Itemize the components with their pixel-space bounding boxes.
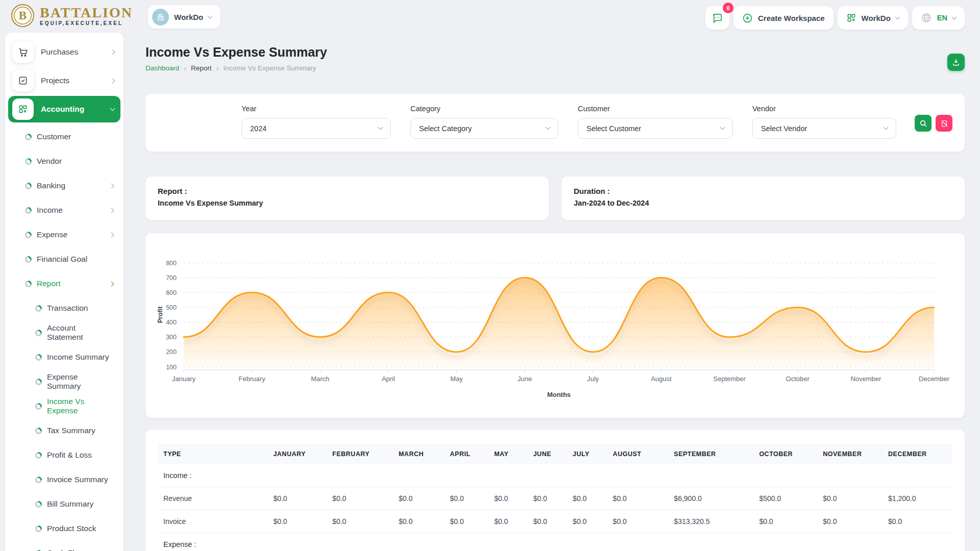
sidebar-item-income-vs-expense[interactable]: Income Vs Expense <box>8 394 120 418</box>
sidebar-item-label: Expense <box>37 230 110 239</box>
sidebar-item-label: Accounting <box>41 105 111 114</box>
chevron-right-icon <box>109 281 114 286</box>
sidebar-item-label: Product Stock <box>47 524 113 533</box>
chevron-down-icon <box>895 14 900 19</box>
chat-bubble-icon <box>712 12 723 24</box>
bullet-icon <box>25 232 32 238</box>
sidebar-item-income[interactable]: Income <box>8 198 120 222</box>
year-select[interactable]: 2024 <box>241 118 391 139</box>
sidebar-item-accounting[interactable]: Accounting <box>8 96 120 122</box>
clear-filter-icon <box>940 119 948 128</box>
bullet-icon <box>25 207 32 214</box>
svg-text:600: 600 <box>166 289 177 296</box>
svg-text:October: October <box>786 375 810 383</box>
sidebar-item-account-statement[interactable]: Account Statement <box>8 320 120 345</box>
sidebar-item-expense[interactable]: Expense <box>8 222 120 247</box>
brand-logo[interactable]: B BATTALION EQUIP,EXECUTE,EXEL <box>11 4 133 27</box>
table-header-cell: DECEMBER <box>883 444 952 464</box>
table-cell: $0.0 <box>568 487 608 510</box>
filter-buttons <box>915 115 952 132</box>
table-cell: $0.0 <box>327 510 394 533</box>
report-value: Income Vs Expense Summary <box>158 199 536 207</box>
sidebar-item-label: Income Summary <box>47 353 113 362</box>
vendor-select[interactable]: Select Vendor <box>752 118 896 139</box>
category-select[interactable]: Select Category <box>410 118 558 139</box>
sidebar-menu: PurchasesProjectsAccountingCustomerVendo… <box>8 39 120 551</box>
chevron-down-icon <box>546 125 551 130</box>
brand-monogram-icon: B <box>11 4 34 27</box>
bullet-icon <box>35 501 42 508</box>
sidebar-item-income-summary[interactable]: Income Summary <box>8 345 120 369</box>
sidebar-item-label: Purchases <box>41 47 111 57</box>
svg-text:800: 800 <box>166 260 177 267</box>
sidebar-item-customer[interactable]: Customer <box>8 124 120 149</box>
table-header-cell: OCTOBER <box>754 444 818 464</box>
duration-value: Jan-2024 to Dec-2024 <box>574 199 952 207</box>
bullet-icon <box>35 452 42 459</box>
table-cell: $0.0 <box>528 510 568 533</box>
customer-field: CustomerSelect Customer <box>578 105 733 139</box>
sidebar-item-projects[interactable]: Projects <box>8 67 120 94</box>
download-icon <box>951 58 961 67</box>
sidebar-item-bill-summary[interactable]: Bill Summary <box>8 492 120 516</box>
apply-filter-button[interactable] <box>915 115 932 132</box>
svg-text:Profit: Profit <box>157 306 164 323</box>
svg-text:400: 400 <box>166 319 177 326</box>
reset-filter-button[interactable] <box>936 115 952 132</box>
workspace-avatar <box>152 9 169 26</box>
svg-text:300: 300 <box>166 334 177 341</box>
year-field: Year2024 <box>241 105 391 139</box>
svg-text:August: August <box>651 375 672 383</box>
bullet-icon <box>35 525 42 532</box>
sidebar-item-label: Expense Summary <box>47 372 113 391</box>
building-icon <box>156 13 165 21</box>
brand-text: BATTALION EQUIP,EXECUTE,EXEL <box>40 6 133 26</box>
sidebar-item-purchases[interactable]: Purchases <box>8 39 120 65</box>
sidebar-item-expense-summary[interactable]: Expense Summary <box>8 369 120 394</box>
year-label: Year <box>241 105 391 113</box>
sidebar-item-report[interactable]: Report <box>8 271 120 296</box>
brand-tagline: EQUIP,EXECUTE,EXEL <box>40 20 133 26</box>
breadcrumb-report[interactable]: Report <box>191 64 212 72</box>
messages-button[interactable]: 0 <box>705 6 729 30</box>
bullet-icon <box>25 256 32 263</box>
download-button[interactable] <box>947 54 965 71</box>
svg-text:November: November <box>850 375 881 383</box>
sidebar-item-cash-flow[interactable]: Cash Flow <box>8 541 120 551</box>
sidebar-item-banking[interactable]: Banking <box>8 173 120 198</box>
page-title: Income Vs Expense Summary <box>145 44 965 60</box>
sidebar-item-transaction[interactable]: Transaction <box>8 296 120 320</box>
sidebar-item-label: Banking <box>37 181 110 190</box>
sidebar-item-profit-loss[interactable]: Profit & Loss <box>8 443 120 467</box>
workdo-menu-button[interactable]: WorkDo <box>838 6 908 30</box>
sidebar-item-tax-summary[interactable]: Tax Summary <box>8 418 120 443</box>
create-workspace-button[interactable]: Create Workspace <box>733 6 834 30</box>
table-row-label: Revenue <box>158 487 268 510</box>
chevron-right-icon <box>109 232 114 237</box>
sidebar-item-product-stock[interactable]: Product Stock <box>8 516 120 541</box>
chevron-down-icon <box>952 14 957 19</box>
bullet-icon <box>25 281 32 287</box>
bullet-icon <box>35 403 42 410</box>
bullet-icon <box>35 354 42 361</box>
workspace-switcher[interactable]: WorkDo <box>148 5 220 29</box>
sidebar-item-vendor[interactable]: Vendor <box>8 149 120 173</box>
bullet-icon <box>25 183 32 189</box>
table-header-cell: TYPE <box>158 444 268 464</box>
svg-text:July: July <box>587 375 599 383</box>
sidebar-item-label: Vendor <box>37 157 113 166</box>
sidebar-item-invoice-summary[interactable]: Invoice Summary <box>8 467 120 492</box>
breadcrumb-dashboard[interactable]: Dashboard <box>145 64 179 72</box>
filter-card: Year2024CategorySelect CategoryCustomerS… <box>145 94 965 152</box>
table-cell: $500.0 <box>754 487 818 510</box>
table-header-row: TYPEJANUARYFEBRUARYMARCHAPRILMAYJUNEJULY… <box>158 444 952 464</box>
sidebar-item-label: Transaction <box>47 304 113 313</box>
sidebar-item-financial-goal[interactable]: Financial Goal <box>8 247 120 271</box>
workspace-label: WorkDo <box>174 13 203 21</box>
table-header-cell: NOVEMBER <box>818 444 883 464</box>
main-content: Income Vs Expense Summary Dashboard › Re… <box>145 38 965 551</box>
customer-select[interactable]: Select Customer <box>578 118 733 139</box>
language-selector[interactable]: EN <box>912 6 965 30</box>
grid-plus-icon <box>846 13 856 23</box>
table-cell: $0.0 <box>754 510 818 533</box>
